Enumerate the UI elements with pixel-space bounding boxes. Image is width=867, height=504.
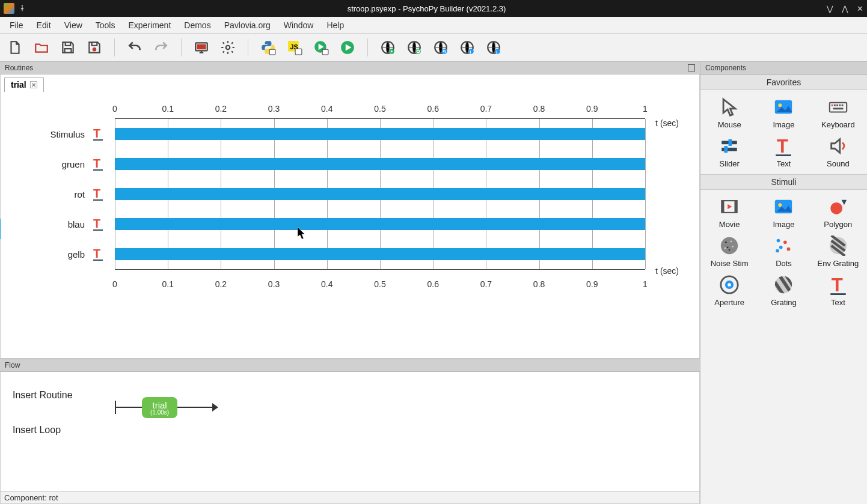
component-mouse[interactable]: Mouse (703, 94, 756, 132)
track-label: gruen (13, 159, 85, 169)
monitor-center-button[interactable] (192, 38, 210, 56)
flow-node-trial[interactable]: trial (1.00s) (142, 397, 177, 418)
save-button[interactable] (59, 38, 77, 56)
track-stimulus[interactable]: StimulusT (115, 119, 645, 149)
timeline-area[interactable]: 00.10.20.30.40.50.60.70.80.91 t (sec) St… (1, 92, 699, 358)
menu-view[interactable]: View (58, 18, 88, 32)
undo-button[interactable] (126, 38, 144, 56)
component-polygon[interactable]: Polygon (812, 193, 865, 231)
track-bar[interactable] (115, 188, 645, 200)
axis-tick: 0.7 (480, 104, 492, 114)
svg-text:T: T (831, 275, 842, 295)
menu-demos[interactable]: Demos (178, 18, 216, 32)
close-button[interactable]: ✕ (857, 4, 863, 13)
flow-node-name: trial (150, 401, 169, 410)
component-movie[interactable]: Movie (703, 193, 756, 231)
settings-button[interactable] (219, 38, 237, 56)
track-gelb[interactable]: gelbT (115, 239, 645, 269)
routine-tab-trial[interactable]: trial ✕ (4, 77, 44, 92)
close-tab-icon[interactable]: ✕ (30, 81, 37, 88)
component-image[interactable]: Image (757, 193, 810, 231)
track-rot[interactable]: rotT (115, 179, 645, 209)
maximize-button[interactable]: ⋀ (842, 4, 848, 13)
window-title: stroop.psyexp - PsychoPy Builder (v2021.… (26, 4, 827, 13)
track-bar[interactable] (115, 218, 645, 230)
pavlovia-user-button[interactable]: i (458, 38, 476, 56)
svg-point-70 (728, 283, 731, 287)
component-label: Noise Stim (711, 259, 749, 268)
component-slider[interactable]: Slider (703, 133, 756, 171)
svg-rect-40 (839, 105, 841, 106)
svg-text:T: T (93, 187, 100, 200)
pin-icon[interactable] (18, 4, 26, 13)
svg-text:i: i (470, 49, 471, 55)
svg-point-63 (783, 241, 787, 244)
track-blau[interactable]: blauT (115, 209, 645, 239)
component-env-grating[interactable]: Env Grating (812, 232, 865, 270)
env-grating-icon (826, 235, 850, 257)
flow-canvas[interactable]: trial (1.00s) (103, 372, 699, 491)
menu-file[interactable]: File (4, 18, 29, 32)
flow-arrow-icon (212, 403, 219, 411)
component-grating[interactable]: Grating (757, 272, 810, 309)
runner-button[interactable] (312, 38, 330, 56)
component-text[interactable]: TText (812, 272, 865, 309)
run-button[interactable] (339, 38, 357, 56)
svg-rect-44 (721, 148, 737, 151)
noise-icon (717, 235, 741, 257)
svg-point-64 (779, 246, 783, 249)
track-bar[interactable] (115, 248, 645, 260)
menu-edit[interactable]: Edit (31, 18, 57, 32)
component-image[interactable]: Image (757, 94, 810, 132)
menu-window[interactable]: Window (278, 18, 320, 32)
axis-tick: 0.8 (533, 104, 545, 114)
svg-rect-46 (725, 146, 728, 153)
pavlovia-search-button[interactable] (432, 38, 450, 56)
component-noise-stim[interactable]: Noise Stim (703, 232, 756, 270)
flow-panel: Insert Routine Insert Loop trial (1.00s)… (0, 372, 700, 504)
pavlovia-run-button[interactable] (379, 38, 397, 56)
track-bar[interactable] (115, 128, 645, 140)
menu-experiment[interactable]: Experiment (122, 18, 177, 32)
component-keyboard[interactable]: Keyboard (812, 94, 865, 132)
movie-icon (717, 196, 741, 217)
compile-python-button[interactable] (259, 38, 277, 56)
time-axis-label-bottom: t (sec) (655, 266, 679, 276)
compile-js-button[interactable]: JS (286, 38, 304, 56)
save-as-button[interactable] (85, 38, 103, 56)
menu-tools[interactable]: Tools (90, 18, 121, 32)
svg-text:T: T (93, 127, 100, 140)
svg-rect-38 (834, 105, 836, 106)
stimuli-grid: MovieImagePolygonNoise StimDotsEnv Grati… (700, 190, 867, 313)
minimize-button[interactable]: ⋁ (827, 4, 833, 13)
insert-loop-button[interactable]: Insert Loop (13, 425, 97, 436)
svg-point-56 (725, 241, 727, 243)
track-label: Stimulus (13, 129, 85, 139)
component-aperture[interactable]: Aperture (703, 272, 756, 309)
menu-help[interactable]: Help (320, 18, 350, 32)
open-file-button[interactable] (32, 38, 51, 56)
track-gruen[interactable]: gruenT (115, 149, 645, 179)
component-sound[interactable]: Sound (812, 133, 865, 171)
insert-routine-button[interactable]: Insert Routine (13, 390, 97, 401)
flow-panel-title: Flow (5, 361, 20, 369)
new-file-button[interactable] (6, 38, 24, 56)
component-dots[interactable]: Dots (757, 232, 810, 270)
axis-tick: 0.9 (586, 279, 598, 289)
component-text[interactable]: TText (757, 133, 810, 171)
component-label: Keyboard (821, 120, 855, 129)
redo-button[interactable] (152, 38, 170, 56)
menu-pavlovia[interactable]: Pavlovia.org (218, 18, 277, 32)
component-label: Image (773, 220, 794, 229)
routines-panel-title: Routines (5, 64, 33, 72)
slider-icon (717, 135, 741, 157)
svg-point-14 (415, 49, 421, 54)
track-bar[interactable] (115, 158, 645, 170)
component-label: Dots (776, 259, 792, 268)
svg-point-16 (442, 49, 447, 54)
svg-rect-50 (721, 201, 724, 213)
pavlovia-sync-button[interactable] (405, 38, 423, 56)
pavlovia-project-button[interactable]: i (485, 38, 503, 56)
svg-text:T: T (93, 217, 100, 230)
routines-panel-dock-icon[interactable] (688, 64, 695, 71)
